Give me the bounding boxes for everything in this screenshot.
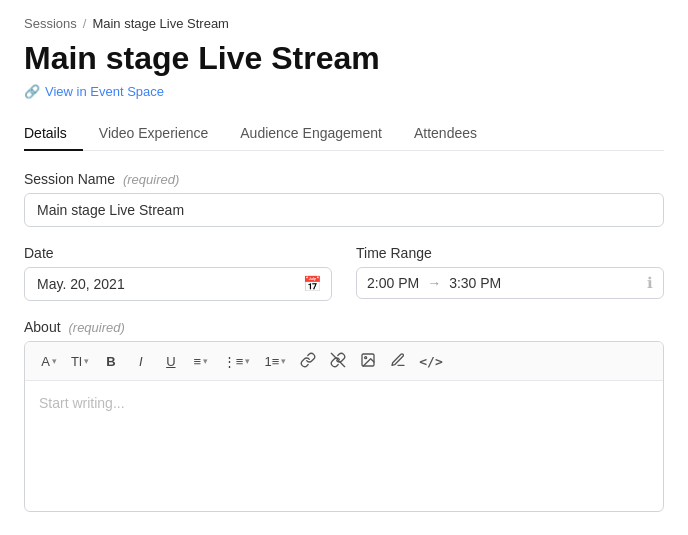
view-link-label: View in Event Space (45, 84, 164, 99)
text-style-button[interactable]: Tl ▾ (65, 348, 95, 374)
about-required: (required) (68, 320, 124, 335)
underline-button[interactable]: U (157, 348, 185, 374)
time-range-wrapper[interactable]: 2:00 PM → 3:30 PM ℹ (356, 267, 664, 299)
underline-label: U (166, 354, 175, 369)
page-title: Main stage Live Stream (24, 39, 664, 77)
session-name-label: Session Name (required) (24, 171, 664, 187)
highlight-button[interactable] (384, 348, 412, 374)
bold-label: B (106, 354, 115, 369)
page-container: Sessions / Main stage Live Stream Main s… (0, 0, 688, 535)
breadcrumb: Sessions / Main stage Live Stream (24, 16, 664, 31)
time-start: 2:00 PM (367, 275, 419, 291)
link-button[interactable] (294, 348, 322, 374)
ordered-list-button[interactable]: 1≡ ▾ (258, 348, 292, 374)
align-button[interactable]: ≡ ▾ (187, 348, 215, 374)
unlink-button[interactable] (324, 348, 352, 374)
tab-video-experience[interactable]: Video Experience (83, 117, 224, 151)
editor-toolbar: A ▾ Tl ▾ B I U (25, 342, 663, 381)
tab-attendees[interactable]: Attendees (398, 117, 493, 151)
font-size-chevron-icon: ▾ (52, 356, 57, 366)
image-icon (360, 352, 376, 371)
unordered-list-button[interactable]: ⋮≡ ▾ (217, 348, 257, 374)
editor-placeholder: Start writing... (39, 395, 125, 411)
session-name-input[interactable] (24, 193, 664, 227)
align-chevron-icon: ▾ (203, 356, 208, 366)
time-info-icon[interactable]: ℹ (647, 274, 653, 292)
link-icon: 🔗 (24, 84, 40, 99)
editor-wrapper: A ▾ Tl ▾ B I U (24, 341, 664, 512)
font-size-button[interactable]: A ▾ (35, 348, 63, 374)
date-time-row: Date 📅 Time Range 2:00 PM → 3:30 PM ℹ (24, 245, 664, 301)
breadcrumb-current: Main stage Live Stream (92, 16, 229, 31)
text-style-label: Tl (71, 354, 82, 369)
date-input-wrapper: 📅 (24, 267, 332, 301)
svg-point-2 (365, 357, 367, 359)
breadcrumb-separator: / (83, 16, 87, 31)
text-style-chevron-icon: ▾ (84, 356, 89, 366)
session-name-required: (required) (123, 172, 179, 187)
about-label: About (required) (24, 319, 664, 335)
align-label: ≡ (194, 354, 202, 369)
unordered-list-label: ⋮≡ (223, 354, 244, 369)
code-icon: </> (419, 354, 442, 369)
date-label: Date (24, 245, 332, 261)
date-group: Date 📅 (24, 245, 332, 301)
time-range-label: Time Range (356, 245, 664, 261)
italic-button[interactable]: I (127, 348, 155, 374)
ordered-list-label: 1≡ (264, 354, 279, 369)
time-group: Time Range 2:00 PM → 3:30 PM ℹ (356, 245, 664, 301)
time-arrow-icon: → (427, 275, 441, 291)
date-input[interactable] (24, 267, 332, 301)
ordered-list-chevron-icon: ▾ (281, 356, 286, 366)
tab-audience-engagement[interactable]: Audience Engagement (224, 117, 398, 151)
time-end: 3:30 PM (449, 275, 501, 291)
session-name-group: Session Name (required) (24, 171, 664, 227)
link-icon (300, 352, 316, 371)
italic-label: I (139, 354, 143, 369)
about-group: About (required) A ▾ Tl ▾ B (24, 319, 664, 512)
tab-details[interactable]: Details (24, 117, 83, 151)
view-in-event-space-link[interactable]: 🔗 View in Event Space (24, 84, 164, 99)
image-button[interactable] (354, 348, 382, 374)
bold-button[interactable]: B (97, 348, 125, 374)
breadcrumb-parent-link[interactable]: Sessions (24, 16, 77, 31)
unordered-list-chevron-icon: ▾ (245, 356, 250, 366)
code-button[interactable]: </> (414, 348, 447, 374)
highlight-icon (390, 352, 406, 371)
font-size-label: A (41, 354, 50, 369)
editor-body[interactable]: Start writing... (25, 381, 663, 511)
unlink-icon (330, 352, 346, 371)
tab-bar: Details Video Experience Audience Engage… (24, 117, 664, 151)
